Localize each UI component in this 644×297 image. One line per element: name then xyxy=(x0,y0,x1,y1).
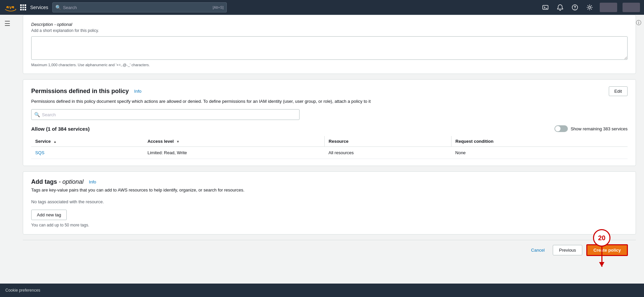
help-icon[interactable] xyxy=(570,3,580,12)
tags-title-row: Add tags - optional Info xyxy=(31,178,628,185)
tags-limit-note: You can add up to 50 more tags. xyxy=(31,223,628,227)
account-label[interactable] xyxy=(623,3,640,12)
svg-point-2 xyxy=(575,9,575,9)
main-content: Description - optional Add a short expla… xyxy=(15,15,644,284)
show-remaining-toggle[interactable] xyxy=(554,125,568,132)
request-condition-cell: None xyxy=(451,147,628,159)
col-resource: Resource xyxy=(324,136,451,147)
svg-point-3 xyxy=(589,6,591,8)
sqs-service-link[interactable]: SQS xyxy=(35,150,44,155)
previous-button[interactable]: Previous xyxy=(553,245,583,255)
sort-icon-access: ▼ xyxy=(176,140,179,143)
global-search-bar[interactable]: 🔍 [Alt+S] xyxy=(52,2,227,12)
sidebar-toggle[interactable]: ☰ xyxy=(0,17,15,30)
access-level-cell: Limited: Read, Write xyxy=(144,147,325,159)
cancel-button[interactable]: Cancel xyxy=(527,245,548,255)
bottom-actions-bar: Cancel Previous Create policy xyxy=(23,240,636,260)
add-tag-button[interactable]: Add new tag xyxy=(31,210,67,220)
permissions-search-bar[interactable]: 🔍 xyxy=(31,109,300,120)
tags-desc: Tags are key-value pairs that you can ad… xyxy=(31,187,628,193)
svg-rect-0 xyxy=(543,5,548,9)
col-request-condition: Request condition xyxy=(451,136,628,147)
permissions-title: Permissions defined in this policy xyxy=(31,88,129,95)
table-row: SQS Limited: Read, Write All resources N… xyxy=(31,147,628,159)
permissions-search-icon: 🔍 xyxy=(34,112,40,117)
description-sublabel: Add a short explanation for this policy. xyxy=(31,28,628,33)
tags-title: Add tags - optional xyxy=(31,178,84,185)
notifications-icon[interactable] xyxy=(555,3,565,12)
cloudshell-icon[interactable] xyxy=(541,3,550,12)
settings-icon[interactable] xyxy=(585,3,594,12)
tags-optional-label: - optional xyxy=(59,178,84,185)
search-shortcut-label: [Alt+S] xyxy=(213,5,224,9)
create-policy-button[interactable]: Create policy xyxy=(586,244,628,256)
allow-title: Allow (1 of 384 services) xyxy=(31,126,90,132)
tags-info-link[interactable]: Info xyxy=(89,179,96,184)
services-nav-label[interactable]: Services xyxy=(30,5,48,10)
permissions-info-link[interactable]: Info xyxy=(134,89,142,94)
top-navigation: Services 🔍 [Alt+S] xyxy=(0,0,644,15)
char-limit-note: Maximum 1,000 characters. Use alphanumer… xyxy=(31,63,628,67)
col-access-level[interactable]: Access level ▼ xyxy=(144,136,325,147)
user-avatar[interactable] xyxy=(600,3,617,12)
permissions-desc: Permissions defined in this policy docum… xyxy=(31,99,628,104)
toggle-row: Show remaining 383 services xyxy=(554,125,628,132)
edit-button[interactable]: Edit xyxy=(609,86,628,96)
permissions-table: Service ▲ Access level ▼ Resource Reques… xyxy=(31,136,628,159)
description-section: Description - optional Add a short expla… xyxy=(23,15,636,74)
col-service[interactable]: Service ▲ xyxy=(31,136,144,147)
aws-logo[interactable] xyxy=(4,1,16,13)
no-tags-text: No tags associated with the resource. xyxy=(31,199,628,204)
search-icon: 🔍 xyxy=(55,5,61,10)
permissions-header: Permissions defined in this policy Info … xyxy=(31,86,628,96)
tags-section: Add tags - optional Info Tags are key-va… xyxy=(23,171,636,235)
nav-right-actions xyxy=(541,3,640,12)
apps-grid-icon[interactable] xyxy=(20,4,26,10)
page-info-button[interactable]: ⓘ xyxy=(633,17,644,29)
toggle-label: Show remaining 383 services xyxy=(571,126,628,131)
allow-header: Allow (1 of 384 services) Show remaining… xyxy=(31,125,628,132)
description-textarea[interactable] xyxy=(31,36,628,60)
permissions-search-input[interactable] xyxy=(42,112,297,117)
sort-icon-service: ▲ xyxy=(53,140,57,143)
global-search-input[interactable] xyxy=(63,5,213,10)
resource-cell: All resources xyxy=(324,147,451,159)
permissions-section: Permissions defined in this policy Info … xyxy=(23,79,636,166)
description-label: Description - optional xyxy=(31,22,628,27)
